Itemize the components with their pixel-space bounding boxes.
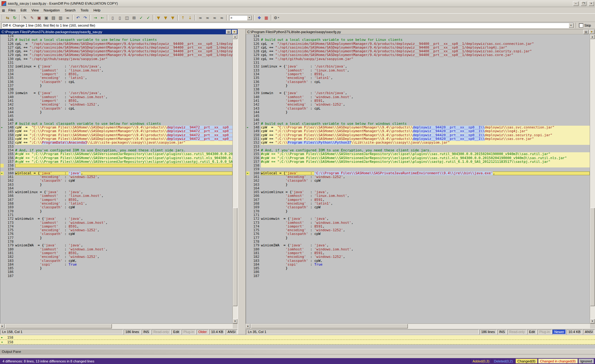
code-line[interactable]: 181 'iomport' : 8591,: [246, 251, 590, 255]
code-line[interactable]: 131: [246, 61, 590, 65]
code-line[interactable]: 175 'encoding' : 'windows-1252',: [0, 228, 232, 232]
code-line[interactable]: 126cpL = "/opt/sasinside/SASHome/SASDepl…: [246, 42, 590, 46]
code-line[interactable]: 137 }: [246, 84, 590, 88]
code-line[interactable]: 151cpW += ";C:\\Program Files\\SASHome\\…: [0, 137, 232, 141]
code-line[interactable]: 171: [0, 213, 232, 217]
right-hscroll-thumb[interactable]: [251, 324, 408, 328]
scroll-right-icon[interactable]: ►: [246, 324, 250, 328]
code-line[interactable]: 155#cpW += ";C:\\Program Files\\SASHome\…: [246, 152, 590, 156]
code-line[interactable]: 151cpW += ";C:\\Program Files\\SASHome\\…: [246, 137, 590, 141]
show-all-panes-button[interactable]: ⊞: [130, 15, 138, 21]
code-line[interactable]: 152cpW += ";C:\\ProgramData\\Anaconda3\\…: [0, 141, 232, 145]
code-line[interactable]: 168 'encoding' : 'latin1',: [246, 202, 590, 206]
code-line[interactable]: 184 'sspi' : True: [246, 263, 590, 266]
code-line[interactable]: 149cpW += ";C:\\Program Files\\SASHome\\…: [246, 129, 590, 133]
code-line[interactable]: ►160winlocal = {'java' : 'java',: [0, 171, 232, 175]
left-horizontal-scrollbar[interactable]: ◄ ►: [0, 323, 238, 329]
options-button[interactable]: ⚙▼: [273, 15, 280, 21]
first-diff-button[interactable]: ∞: [197, 15, 204, 21]
recompare-button[interactable]: ↻: [11, 15, 18, 21]
code-line[interactable]: 141 'iomport' : 8591,: [0, 99, 232, 103]
code-line[interactable]: 142 'encoding' : 'windows-1252',: [246, 103, 590, 106]
code-line[interactable]: 131: [0, 61, 232, 65]
code-line[interactable]: 180 'iomhost' : 'windows.iom.host',: [0, 248, 232, 251]
code-line[interactable]: 141 'iomport' : 8591,: [246, 99, 590, 103]
code-line[interactable]: 169 'classpath' : cpW: [246, 206, 590, 209]
code-line[interactable]: 150cpW += ";C:\\Program Files\\SASHome\\…: [0, 133, 232, 137]
scroll-up-icon[interactable]: ▲: [590, 34, 595, 39]
current-diff-row[interactable]: ►158: [0, 335, 595, 340]
code-line[interactable]: 165winiomlinux = {'java' : 'java',: [246, 190, 590, 194]
code-line[interactable]: 163 }: [0, 183, 232, 187]
view-mode-combo[interactable]: ≡▼: [229, 15, 252, 20]
code-line[interactable]: 137 }: [0, 84, 232, 88]
print-file-icon[interactable]: ▤: [583, 30, 588, 34]
skip-checkbox[interactable]: Skip: [575, 23, 593, 28]
menu-item-view[interactable]: View: [29, 8, 41, 13]
code-line[interactable]: 159: [246, 167, 590, 171]
save-button[interactable]: ▣: [36, 15, 43, 21]
code-line[interactable]: 158: [246, 164, 590, 167]
code-line[interactable]: 167 'iomport' : 8591,: [246, 198, 590, 202]
code-line[interactable]: ►160winlocal = {'java' : 'C:\\Program Fi…: [246, 171, 590, 175]
redo-button[interactable]: ↷: [82, 15, 89, 21]
current-diff-selector[interactable]: Diff 4: Change 1 line (160, first file) …: [2, 23, 574, 28]
right-vertical-scrollbar[interactable]: ▲ ▼: [590, 34, 595, 323]
open-file-icon[interactable]: ▼: [589, 30, 594, 34]
print-file-icon[interactable]: ▤: [226, 30, 231, 34]
code-line[interactable]: 167 'iomport' : 8591,: [0, 198, 232, 202]
code-line[interactable]: 128cpL += ":/opt/sasinside/SASHome/SASDe…: [246, 50, 590, 53]
code-line[interactable]: 145: [0, 114, 232, 118]
filter-chars-button[interactable]: ▼: [169, 15, 176, 21]
right-vscroll-thumb[interactable]: [590, 208, 595, 306]
auto-recompare-button[interactable]: ✓: [145, 15, 152, 21]
scroll-right-icon[interactable]: ►: [0, 324, 5, 328]
scroll-down-icon[interactable]: ▼: [233, 319, 237, 323]
code-line[interactable]: 182 'encoding' : 'windows-1252',: [0, 255, 232, 259]
copy-button[interactable]: ▥: [57, 15, 64, 21]
right-code-area[interactable]: 124125# build out a local classpath vari…: [246, 34, 590, 323]
last-diff-button[interactable]: ∞: [218, 15, 225, 21]
code-line[interactable]: 172winiomwin = {'java' : 'java',: [0, 217, 232, 221]
code-line[interactable]: 170 }: [0, 210, 232, 213]
code-line[interactable]: 132iomlinux = {'java' : '/usr/bin/java',: [246, 65, 590, 68]
code-line[interactable]: 156#cpW += ";C:\\Program Files\\SASHome\…: [246, 156, 590, 160]
code-line[interactable]: 147# build out a local classpath variabl…: [0, 122, 232, 126]
code-line[interactable]: 124: [246, 34, 590, 38]
left-pane-header[interactable]: C:\Program Files\Python37\Lib\site-packa…: [0, 29, 238, 34]
code-line[interactable]: 179winiomIWA = {'java' : 'java',: [246, 244, 590, 247]
code-line[interactable]: 174 'iomport' : 8591,: [246, 225, 590, 228]
chevron-down-icon[interactable]: ▼: [569, 23, 574, 28]
code-line[interactable]: 171: [246, 213, 590, 217]
code-line[interactable]: 187: [246, 274, 590, 278]
code-line[interactable]: 170 }: [246, 210, 590, 213]
code-line[interactable]: 135 'encoding' : 'latin1',: [0, 76, 232, 80]
code-line[interactable]: 149cpW += ";C:\\Program Files\\SASHome\\…: [0, 129, 232, 133]
left-code-area[interactable]: 124125# build out a local classpath vari…: [0, 34, 232, 323]
minimize-button[interactable]: –: [573, 1, 579, 6]
print-button[interactable]: ▤: [50, 15, 57, 21]
code-line[interactable]: 152cpW += ";C:\\Program Files\\Python\\P…: [246, 141, 590, 145]
code-line[interactable]: 157#cpW += ";C:\\Program Files\\SASHome\…: [0, 160, 232, 164]
pane-splitter[interactable]: [238, 29, 246, 335]
prev-diff-button[interactable]: ↑: [179, 15, 187, 21]
code-line[interactable]: 143 'classpath' : cpL: [0, 107, 232, 110]
code-line[interactable]: 139iomwin = {'java' : '/usr/bin/java',: [246, 91, 590, 95]
compare-files-button[interactable]: ⇆: [4, 15, 11, 21]
code-line[interactable]: 161 'encoding' : 'windows-1252',: [246, 175, 590, 179]
filter-lines-button[interactable]: ▼: [162, 15, 169, 21]
menu-item-search[interactable]: Search: [62, 8, 78, 13]
code-line[interactable]: 155#cpW += ";C:\\Program Files\\SASHome\…: [0, 152, 232, 156]
open-file-icon[interactable]: ▼: [232, 30, 237, 34]
code-line[interactable]: 174 'iomport' : 8591,: [0, 225, 232, 228]
code-line[interactable]: 127cpL += ":/opt/sasinside/SASHome/SASDe…: [0, 46, 232, 50]
code-line[interactable]: 156#cpW += ";C:\\Program Files\\SASHome\…: [0, 156, 232, 160]
code-line[interactable]: 132iomlinux = {'java' : '/usr/bin/java',: [0, 65, 232, 68]
code-line[interactable]: 187: [0, 274, 232, 278]
code-line[interactable]: 140 'iomhost' : 'windows.iom.host',: [246, 95, 590, 99]
code-line[interactable]: 129cpL += ":/opt/sasinside/SASHome/SASDe…: [246, 53, 590, 57]
code-line[interactable]: 178: [246, 240, 590, 244]
code-line[interactable]: 144 }: [0, 110, 232, 114]
menu-item-help[interactable]: Help: [91, 8, 103, 13]
code-line[interactable]: 166 'iomhost' : 'linux.iom.host',: [246, 194, 590, 198]
